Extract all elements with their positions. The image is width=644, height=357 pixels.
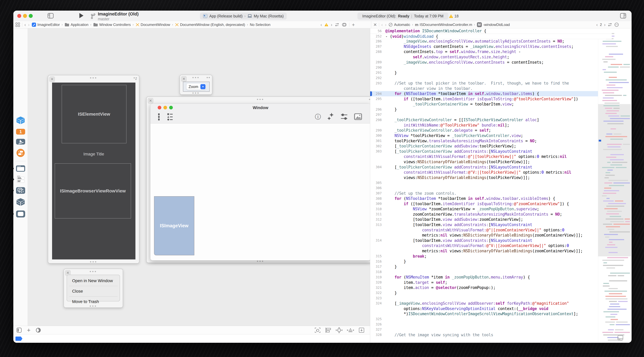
interface-builder-canvas[interactable]: ✕ ••• •• • ••• ISElementView Image Title… — [28, 28, 370, 329]
sparkles-icon[interactable] — [327, 112, 334, 121]
line-number[interactable]: 316 — [370, 260, 382, 263]
line-number[interactable]: 311 — [370, 212, 382, 216]
editor-bottombar-toggle-icon[interactable] — [618, 335, 623, 340]
line-number[interactable]: 317 — [370, 265, 382, 268]
line-number[interactable]: 306 — [370, 186, 382, 190]
code-line[interactable]: views:NSDictionaryOfVariableBindings(too… — [370, 175, 612, 180]
element-root-view[interactable]: ISElementView Image Title ISImageBrowser… — [52, 83, 136, 259]
code-line[interactable]: 56@implementation ISDocumentWindowContro… — [370, 28, 612, 34]
code-rows[interactable]: 286 _imageView.enclosingScrollView.autom… — [370, 39, 612, 337]
line-number[interactable]: 296 — [370, 108, 382, 111]
zoom-popup-button[interactable]: Zoom ▾ — [186, 84, 206, 90]
scheme-selector[interactable]: App (Release build) › My Mac (Rosetta) — [200, 13, 287, 20]
code-line[interactable]: 252- (void)windowDidLoad { — [370, 34, 612, 39]
constraints-icon[interactable] — [336, 327, 342, 333]
menu-scene-panel[interactable]: ✕ ••• ••• Open in New WindowCloseMove to… — [64, 269, 123, 308]
code-line[interactable]: 326 — [370, 322, 612, 327]
code-line[interactable]: 317 } — [370, 264, 612, 269]
code-line-selected[interactable]: 294 for (NSToolbarItem *toolbarItem in s… — [370, 91, 612, 96]
line-number[interactable]: 294 — [370, 92, 382, 96]
designed-menu[interactable]: Open in New WindowCloseMove to Trash — [67, 275, 120, 301]
dock-item-menu-mini-icon[interactable] — [16, 176, 25, 183]
line-number[interactable]: 321 — [370, 286, 382, 289]
update-frames-icon[interactable] — [314, 327, 321, 333]
code-line[interactable]: 301 toolPickerView.translatesAutoresizin… — [370, 138, 612, 144]
drag-handle-dots[interactable]: ••• — [192, 92, 200, 94]
drag-handle-dots[interactable]: ••• — [90, 261, 98, 263]
code-line[interactable]: 287 NSEdgeInsets contentInsets = _imageV… — [370, 44, 612, 49]
drag-handle-dots[interactable]: ••• — [257, 99, 264, 100]
line-number[interactable]: 319 — [370, 275, 382, 279]
drag-handle-dots[interactable]: ••• — [90, 77, 98, 79]
align-icon[interactable] — [325, 327, 331, 333]
code-line[interactable]: constraintsWithVisualFormat:@"|[zoomCont… — [370, 227, 612, 233]
forward-icon[interactable]: › — [28, 23, 30, 27]
close-icon[interactable]: ✕ — [50, 77, 55, 82]
isimageview[interactable]: ISImageView — [154, 196, 194, 255]
image-well-icon[interactable] — [354, 113, 362, 120]
line-number[interactable]: 324 — [370, 301, 382, 305]
breadcrumb-item[interactable]: ImagineEditor — [32, 23, 60, 27]
line-number[interactable]: 312 — [370, 218, 382, 221]
line-number[interactable]: 293 — [370, 81, 382, 85]
code-line[interactable]: constraintsWithVisualFormat:@"V:|[zoomCo… — [370, 243, 612, 248]
breadcrumb-item[interactable]: M-windowDidLoad — [477, 22, 510, 27]
line-number[interactable]: 320 — [370, 280, 382, 284]
line-number[interactable]: 286 — [370, 39, 382, 43]
line-number[interactable]: 326 — [370, 322, 382, 326]
line-number[interactable]: 299 — [370, 129, 382, 132]
code-line[interactable]: 328 //Get the image view syncing with th… — [370, 332, 612, 337]
line-number[interactable]: 322 — [370, 291, 382, 295]
list-toolbar-icon[interactable] — [167, 113, 174, 121]
source-editor[interactable]: 56@implementation ISDocumentWindowContro… — [370, 28, 632, 343]
code-line[interactable]: constraintsWithVisualFormat:@"V:|[toolPi… — [370, 170, 612, 175]
menu-item[interactable]: Close — [67, 287, 120, 295]
line-number[interactable]: 304 — [370, 165, 382, 169]
designed-window-titlebar[interactable]: Window ⓘ — [150, 104, 370, 124]
menu-item[interactable]: Move to Trash — [67, 297, 120, 306]
code-line[interactable]: 295 if ([toolbarItem.itemIdentifier isEq… — [370, 96, 612, 102]
line-number[interactable]: 325 — [370, 317, 382, 321]
code-back-icon[interactable]: ‹ — [381, 23, 383, 27]
code-line[interactable]: 297 — [370, 112, 612, 117]
code-line[interactable]: 296 } — [370, 107, 612, 112]
code-line[interactable]: 286 _imageView.enclosingScrollView.autom… — [370, 39, 612, 44]
line-number[interactable]: 302 — [370, 144, 382, 148]
close-icon[interactable]: ✕ — [148, 98, 153, 104]
panel-left-icon[interactable] — [16, 327, 22, 333]
menu-item[interactable]: Open in New Window — [67, 276, 120, 285]
code-line[interactable]: 311 zoomContainerView.translatesAutoresi… — [370, 212, 612, 217]
code-line[interactable]: 292 — [370, 75, 612, 81]
code-line[interactable]: 291 } — [370, 70, 612, 76]
close-window-button[interactable] — [17, 14, 21, 18]
info-icon[interactable]: ⓘ — [315, 113, 321, 121]
iselementview-box[interactable]: ISElementView — [62, 85, 126, 143]
dock-item-cube-blue-icon[interactable] — [16, 116, 25, 125]
zoom-container-view[interactable]: Zoom ▾ — [183, 82, 210, 92]
code-line[interactable]: 314 [toolbarItem.view addConstraints:[NS… — [370, 238, 612, 243]
drag-handle-dots[interactable]: ••• — [90, 271, 97, 272]
line-number[interactable]: 308 — [370, 197, 382, 200]
code-line[interactable]: metrics:nil views:NSDictionaryOfVariable… — [370, 248, 612, 254]
designed-window[interactable]: Window ⓘ ISImageView — [150, 104, 370, 260]
appearance-icon[interactable] — [36, 327, 41, 333]
line-number[interactable]: 56 — [370, 29, 382, 33]
zoom-control-panel[interactable]: ✕ ••• •• ••• Zoom ▾ — [180, 75, 212, 95]
minimize-window-button[interactable] — [23, 14, 27, 18]
code-line[interactable]: metrics:nil views:NSDictionaryOfVariable… — [370, 233, 612, 238]
line-number[interactable]: 315 — [370, 254, 382, 258]
resolve-icon[interactable] — [347, 327, 354, 333]
line-number[interactable]: 298 — [370, 118, 382, 122]
code-line[interactable]: 310 NSView *zoomContainerView = _zoomPop… — [370, 206, 612, 212]
window-scene-panel[interactable]: ✕ ••• •• • ••• Window ⓘ — [146, 97, 370, 263]
minimap[interactable] — [598, 28, 631, 343]
code-line[interactable]: 322 } — [370, 290, 612, 296]
line-number[interactable]: 314 — [370, 238, 382, 242]
related-items-grid-icon[interactable] — [16, 23, 20, 27]
resize-handle-dots[interactable]: •• • — [134, 77, 138, 80]
plus-icon[interactable]: + — [27, 327, 30, 333]
dock-item-copies-icon[interactable] — [16, 187, 25, 194]
breadcrumb-item[interactable]: DocumentWindow (English, deprecated) — [175, 23, 245, 27]
dock-item-tools-icon[interactable] — [16, 139, 25, 145]
breadcrumb-item[interactable]: DocumentWindow — [136, 23, 170, 27]
